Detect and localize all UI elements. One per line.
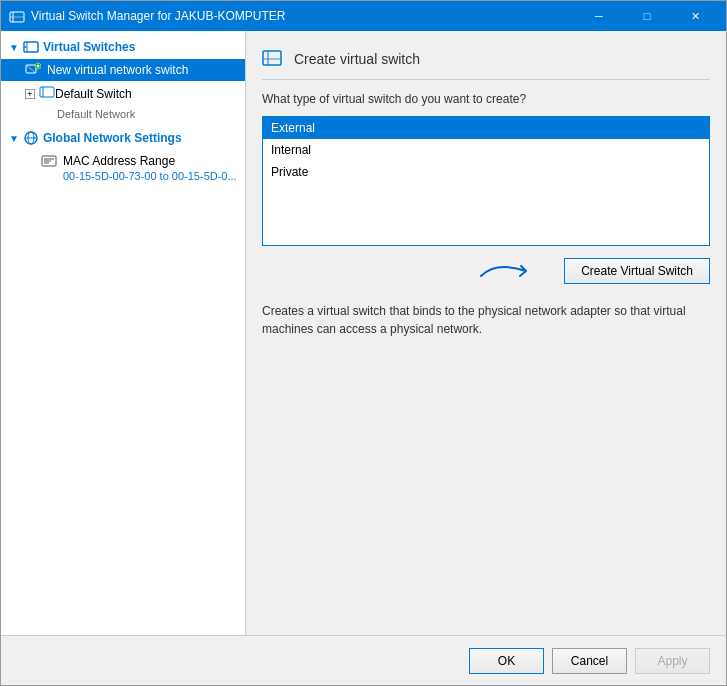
svg-rect-20 — [263, 51, 281, 65]
apply-button[interactable]: Apply — [635, 648, 710, 674]
new-virtual-network-label: New virtual network switch — [47, 63, 188, 77]
sidebar-item-mac-range[interactable]: MAC Address Range 00-15-5D-00-73-00 to 0… — [1, 150, 245, 186]
minimize-button[interactable]: ─ — [576, 1, 622, 31]
default-switch-icon — [39, 84, 55, 103]
mac-range-label: MAC Address Range — [63, 154, 175, 168]
create-virtual-switch-button[interactable]: Create Virtual Switch — [564, 258, 710, 284]
virtual-switch-section-icon — [23, 39, 39, 55]
default-switch-group: + Default Switch Default Network — [1, 81, 245, 122]
switch-type-external[interactable]: External — [263, 117, 709, 139]
switch-type-list[interactable]: External Internal Private — [262, 116, 710, 246]
sidebar-item-new-virtual-network[interactable]: New virtual network switch — [1, 59, 245, 81]
panel-title-row: Create virtual switch — [262, 47, 710, 80]
global-network-header[interactable]: ▼ Global Network Settings — [1, 126, 245, 150]
mac-address-value: 00-15-5D-00-73-00 to 00-15-5D-0... — [63, 170, 237, 182]
content-area: ▼ Virtual Switches — [1, 31, 726, 635]
global-network-label: Global Network Settings — [43, 131, 182, 145]
window-title: Virtual Switch Manager for JAKUB-KOMPUTE… — [31, 9, 576, 23]
description-text: Creates a virtual switch that binds to t… — [262, 302, 710, 338]
chevron-down-icon-2: ▼ — [9, 133, 19, 144]
window-controls: ─ □ ✕ — [576, 1, 718, 31]
new-switch-icon — [25, 62, 41, 78]
expand-default-switch[interactable]: + Default Switch — [9, 81, 245, 106]
default-switch-sublabel: Default Network — [9, 106, 245, 122]
sidebar: ▼ Virtual Switches — [1, 31, 246, 635]
panel-title-icon — [262, 47, 286, 71]
app-icon — [9, 8, 25, 24]
create-button-row: Create Virtual Switch — [262, 256, 710, 286]
switch-type-internal[interactable]: Internal — [263, 139, 709, 161]
main-window: Virtual Switch Manager for JAKUB-KOMPUTE… — [0, 0, 727, 686]
close-button[interactable]: ✕ — [672, 1, 718, 31]
chevron-down-icon: ▼ — [9, 42, 19, 53]
virtual-switches-header[interactable]: ▼ Virtual Switches — [1, 35, 245, 59]
ok-button[interactable]: OK — [469, 648, 544, 674]
svg-line-7 — [26, 65, 36, 73]
virtual-switches-label: Virtual Switches — [43, 40, 135, 54]
default-switch-label: Default Switch — [55, 87, 132, 101]
arrow-icon — [476, 256, 556, 286]
plus-icon: + — [25, 89, 35, 99]
panel-question: What type of virtual switch do you want … — [262, 92, 710, 106]
svg-point-5 — [24, 46, 26, 48]
svg-rect-11 — [40, 87, 54, 97]
switch-type-private[interactable]: Private — [263, 161, 709, 183]
global-network-section-icon — [23, 130, 39, 146]
main-panel: Create virtual switch What type of virtu… — [246, 31, 726, 635]
panel-title: Create virtual switch — [294, 51, 420, 67]
mac-range-icon — [41, 153, 57, 169]
footer: OK Cancel Apply — [1, 635, 726, 685]
maximize-button[interactable]: □ — [624, 1, 670, 31]
cancel-button[interactable]: Cancel — [552, 648, 627, 674]
title-bar: Virtual Switch Manager for JAKUB-KOMPUTE… — [1, 1, 726, 31]
